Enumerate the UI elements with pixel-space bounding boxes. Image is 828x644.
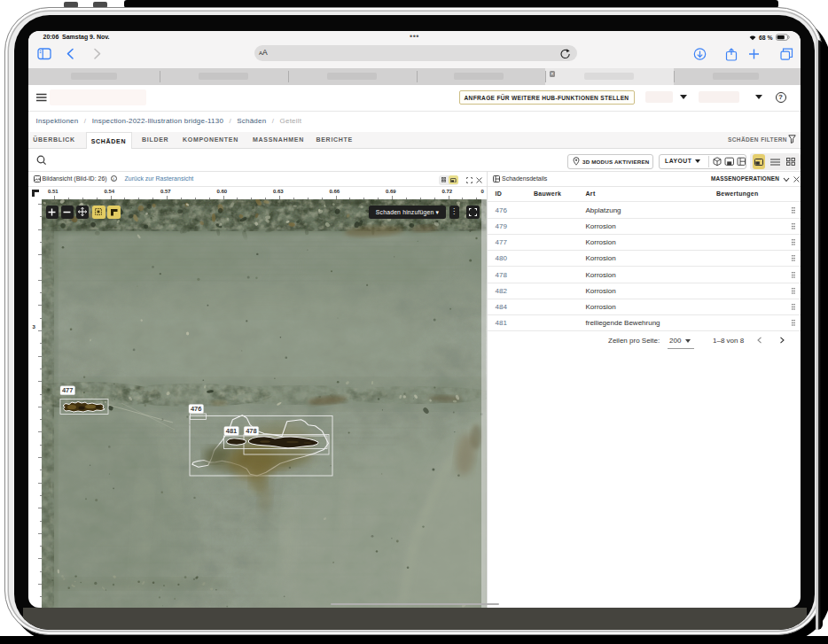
svg-text:481: 481 xyxy=(226,427,238,435)
svg-text:476: 476 xyxy=(191,405,202,413)
svg-text:68 %: 68 % xyxy=(759,35,773,41)
svg-text:477: 477 xyxy=(62,386,74,394)
svg-text:478: 478 xyxy=(246,427,257,435)
